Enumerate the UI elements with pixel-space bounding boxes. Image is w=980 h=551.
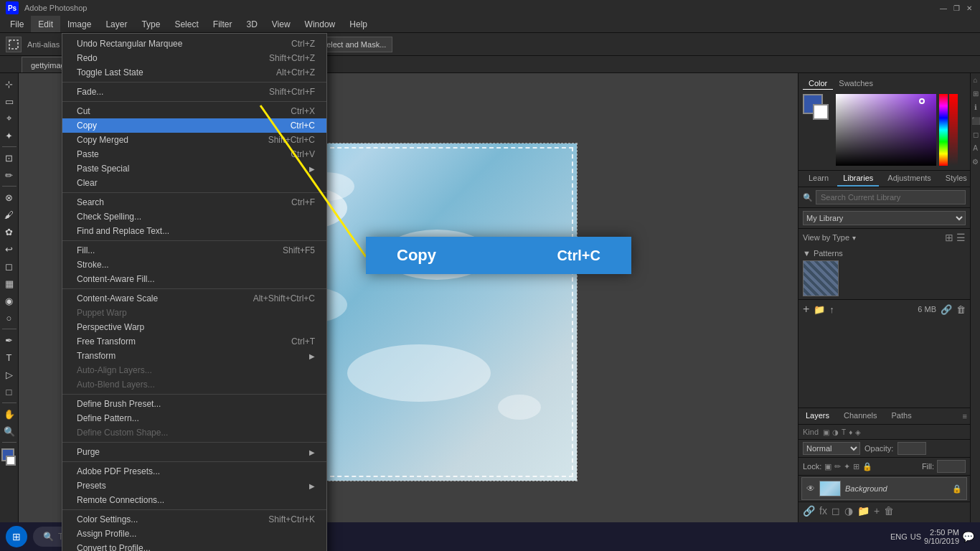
magic-wand-tool[interactable]: ✦: [1, 128, 17, 143]
menu-item-toggle-last-state[interactable]: Toggle Last StateAlt+Ctrl+Z: [62, 65, 326, 80]
menu-item-presets[interactable]: Presets▶: [62, 479, 326, 493]
menu-item-define-pattern---[interactable]: Define Pattern...: [62, 411, 326, 425]
clone-stamp-tool[interactable]: ✿: [1, 224, 17, 240]
context-tools-icon[interactable]: ⚙: [972, 158, 979, 166]
menu-item-purge[interactable]: Purge▶: [62, 445, 326, 459]
library-search-input[interactable]: [816, 190, 966, 204]
bg-swatch[interactable]: [813, 104, 829, 120]
menu-item-clear[interactable]: Clear: [62, 176, 326, 190]
background-color[interactable]: [6, 456, 16, 466]
menu-item-content-aware-scale[interactable]: Content-Aware ScaleAlt+Shift+Ctrl+C: [62, 291, 326, 306]
menu-item-check-spelling---[interactable]: Check Spelling...: [62, 209, 326, 224]
eyedropper-tool[interactable]: ✏: [1, 167, 17, 183]
start-button[interactable]: ⊞: [6, 526, 27, 547]
menu-item-perspective-warp[interactable]: Perspective Warp: [62, 320, 326, 334]
menu-item-transform[interactable]: Transform▶: [62, 349, 326, 363]
move-tool[interactable]: ⊹: [1, 76, 17, 92]
layers-panel-menu[interactable]: ≡: [963, 412, 967, 420]
fill-input[interactable]: 100%: [937, 460, 966, 473]
link-layers-btn[interactable]: 🔗: [803, 505, 815, 517]
tab-learn[interactable]: Learn: [803, 171, 834, 187]
blend-mode-select[interactable]: Normal: [803, 442, 860, 455]
library-folder-btn[interactable]: 📁: [814, 304, 825, 315]
context-home-icon[interactable]: ⌂: [973, 76, 977, 84]
tab-color[interactable]: Color: [803, 77, 833, 90]
menu-item-remote-connections---[interactable]: Remote Connections...: [62, 493, 326, 507]
pattern-swatch[interactable]: [803, 260, 839, 296]
marquee-tool[interactable]: ▭: [1, 93, 17, 109]
color-gradient-picker[interactable]: [836, 94, 936, 166]
history-brush[interactable]: ↩: [1, 241, 17, 257]
menu-item-cut[interactable]: CutCtrl+X: [62, 104, 326, 118]
menu-view[interactable]: View: [265, 16, 298, 32]
delete-layer-btn[interactable]: 🗑: [884, 505, 894, 517]
zoom-tool[interactable]: 🔍: [1, 423, 17, 439]
hue-spectrum[interactable]: [939, 94, 948, 166]
lock-image-icon[interactable]: ✏: [834, 462, 841, 471]
tab-libraries[interactable]: Libraries: [837, 171, 879, 187]
library-dropdown[interactable]: My Library: [803, 211, 966, 225]
menu-item-search[interactable]: SearchCtrl+F: [62, 195, 326, 209]
menu-item-undo-rectangular-marquee[interactable]: Undo Rectangular MarqueeCtrl+Z: [62, 37, 326, 51]
path-selection[interactable]: ▷: [1, 367, 17, 382]
menu-item-content-aware-fill---[interactable]: Content-Aware Fill...: [62, 272, 326, 286]
context-arrange-icon[interactable]: ⊞: [973, 90, 979, 98]
taskbar-notification-icon[interactable]: 💬: [962, 531, 974, 542]
menu-item-copy[interactable]: CopyCtrl+C: [62, 118, 326, 133]
menu-item-convert-to-profile---[interactable]: Convert to Profile...: [62, 541, 326, 551]
lock-transparency-icon[interactable]: ▣: [824, 462, 831, 471]
layer-visibility-icon[interactable]: 👁: [806, 484, 815, 494]
menu-item-fade---[interactable]: Fade...Shift+Ctrl+F: [62, 85, 326, 99]
layer-background[interactable]: 👁 Background 🔒: [801, 477, 967, 500]
dodge-tool[interactable]: ○: [1, 310, 17, 326]
menu-edit[interactable]: Edit: [31, 16, 60, 32]
menu-item-color-settings---[interactable]: Color Settings...Shift+Ctrl+K: [62, 512, 326, 527]
close-button[interactable]: ✕: [964, 3, 974, 13]
new-group-btn[interactable]: 📁: [857, 505, 870, 517]
menu-item-stroke---[interactable]: Stroke...: [62, 258, 326, 272]
library-upload-btn[interactable]: ↑: [829, 304, 834, 315]
type-tool[interactable]: T: [1, 349, 17, 365]
minimize-button[interactable]: —: [938, 3, 948, 13]
list-view-btn[interactable]: ☰: [956, 232, 966, 243]
tab-layers[interactable]: Layers: [798, 408, 837, 424]
tab-swatches[interactable]: Swatches: [833, 77, 879, 90]
tab-paths[interactable]: Paths: [885, 408, 919, 424]
alpha-spectrum[interactable]: [949, 94, 958, 166]
window-controls[interactable]: — ❐ ✕: [938, 3, 974, 13]
add-mask-btn[interactable]: ◻: [831, 505, 840, 517]
tab-adjustments[interactable]: Adjustments: [882, 171, 937, 187]
menu-item-paste-special[interactable]: Paste Special▶: [62, 161, 326, 176]
gradient-tool[interactable]: ▦: [1, 276, 17, 291]
pen-tool[interactable]: ✒: [1, 332, 17, 348]
library-info-btn[interactable]: 🔗: [941, 304, 952, 315]
maximize-button[interactable]: ❐: [951, 3, 961, 13]
new-layer-btn[interactable]: +: [874, 505, 880, 517]
grid-view-btn[interactable]: ⊞: [945, 232, 953, 243]
menu-layer[interactable]: Layer: [98, 16, 134, 32]
menu-help[interactable]: Help: [342, 16, 374, 32]
opacity-input[interactable]: 100%: [897, 442, 926, 455]
menu-select[interactable]: Select: [167, 16, 205, 32]
brush-tool[interactable]: 🖌: [1, 207, 17, 222]
menu-filter[interactable]: Filter: [206, 16, 240, 32]
layer-effects-btn[interactable]: fx: [819, 505, 827, 517]
menu-item-fill---[interactable]: Fill...Shift+F5: [62, 243, 326, 258]
menu-item-paste[interactable]: PasteCtrl+V: [62, 147, 326, 161]
context-smart-icon[interactable]: ◻: [973, 131, 979, 138]
menu-3d[interactable]: 3D: [239, 16, 264, 32]
context-type-icon[interactable]: A: [973, 144, 978, 152]
add-library-item-btn[interactable]: +: [803, 303, 809, 316]
menu-file[interactable]: File: [3, 16, 31, 32]
menu-image[interactable]: Image: [60, 16, 98, 32]
crop-tool[interactable]: ⊡: [1, 150, 17, 166]
selection-tool-btn[interactable]: [6, 37, 22, 52]
tab-channels[interactable]: Channels: [837, 408, 884, 424]
spot-healing-brush[interactable]: ⊗: [1, 189, 17, 205]
lock-all-icon[interactable]: 🔒: [862, 462, 872, 471]
blur-tool[interactable]: ◉: [1, 293, 17, 309]
new-adjustment-btn[interactable]: ◑: [844, 505, 853, 517]
menu-item-free-transform[interactable]: Free TransformCtrl+T: [62, 334, 326, 349]
menu-item-copy-merged[interactable]: Copy MergedShift+Ctrl+C: [62, 133, 326, 147]
menu-item-define-brush-preset---[interactable]: Define Brush Preset...: [62, 397, 326, 411]
